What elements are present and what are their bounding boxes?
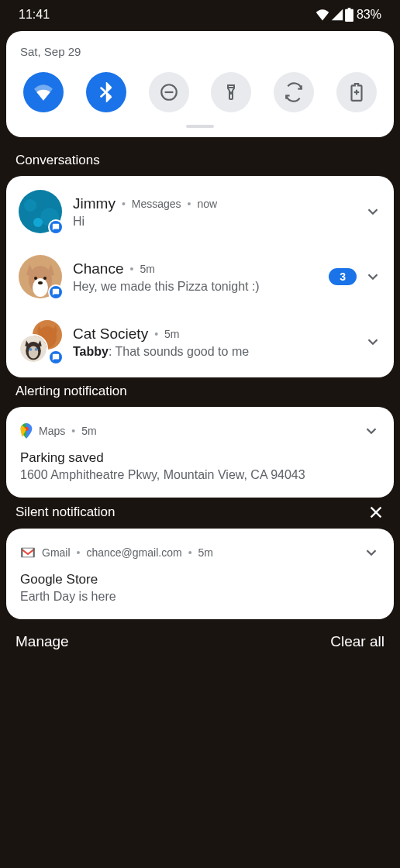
svg-point-17 — [38, 281, 43, 284]
notification-time: 5m — [81, 425, 96, 437]
battery-saver-toggle[interactable] — [336, 72, 377, 112]
conversation-time: now — [198, 198, 218, 210]
unread-count-badge: 3 — [329, 268, 357, 285]
flashlight-toggle[interactable] — [211, 72, 251, 112]
wifi-toggle[interactable] — [23, 72, 64, 112]
conversation-body: Hey, we made this Pizza tonight :) — [73, 280, 318, 294]
notification-body: 1600 Amphitheatre Pkwy, Mountain View, C… — [20, 468, 380, 482]
conversation-app: Messages — [132, 198, 181, 210]
signal-icon — [331, 9, 343, 21]
bluetooth-icon — [96, 82, 116, 102]
chevron-down-icon[interactable] — [363, 422, 380, 439]
conversation-item[interactable]: Cat Society • 5m Tabby: That sounds good… — [6, 309, 394, 374]
messages-badge-icon — [48, 350, 64, 365]
status-bar: 11:41 83% — [0, 0, 400, 28]
wifi-icon — [316, 9, 329, 21]
quick-settings-panel: Sat, Sep 29 — [6, 31, 394, 137]
conversation-content: Cat Society • 5m Tabby: That sounds good… — [73, 326, 353, 359]
gmail-notification: Gmail • chance@gmail.com • 5m Google Sto… — [6, 532, 394, 616]
conversation-content: Chance • 5m Hey, we made this Pizza toni… — [73, 260, 318, 294]
notification-title: Parking saved — [20, 450, 380, 466]
status-indicators: 83% — [316, 8, 381, 22]
close-icon[interactable] — [367, 504, 384, 521]
messages-badge-icon — [48, 219, 64, 235]
manage-button[interactable]: Manage — [16, 633, 69, 650]
qs-expand-handle[interactable] — [186, 125, 214, 128]
silent-header: Silent notification — [0, 498, 400, 529]
battery-percent: 83% — [357, 8, 381, 22]
alerting-card[interactable]: Maps • 5m Parking saved 1600 Amphitheatr… — [6, 407, 394, 498]
battery-icon — [345, 8, 353, 22]
conversation-time: 5m — [164, 328, 179, 340]
chevron-down-icon[interactable] — [364, 268, 381, 285]
flashlight-icon — [222, 82, 240, 102]
avatar — [19, 255, 62, 298]
clear-all-button[interactable]: Clear all — [330, 633, 384, 650]
conversation-item[interactable]: Chance • 5m Hey, we made this Pizza toni… — [6, 244, 394, 309]
conversations-header: Conversations — [0, 146, 400, 176]
svg-point-24 — [29, 346, 39, 358]
conversation-content: Jimmy • Messages • now Hi — [73, 195, 353, 229]
maps-icon — [20, 423, 33, 439]
svg-point-9 — [33, 218, 43, 227]
notification-title: Google Store — [20, 572, 380, 587]
notification-app: Gmail — [42, 546, 71, 559]
maps-notification: Maps • 5m Parking saved 1600 Amphitheatr… — [6, 410, 394, 494]
notification-app: Maps — [39, 425, 65, 437]
silent-card[interactable]: Gmail • chance@gmail.com • 5m Google Sto… — [6, 529, 394, 619]
dnd-toggle[interactable] — [149, 72, 189, 112]
conversation-title: Cat Society — [73, 326, 148, 343]
chevron-down-icon[interactable] — [364, 203, 381, 220]
bluetooth-toggle[interactable] — [86, 72, 126, 112]
conversation-body: Tabby: That sounds good to me — [73, 345, 353, 359]
autorotate-icon — [284, 82, 304, 102]
wifi-icon — [33, 84, 53, 101]
conversation-title: Chance — [73, 260, 124, 277]
chevron-down-icon[interactable] — [363, 544, 380, 561]
svg-point-28 — [35, 348, 38, 351]
avatar-group — [19, 320, 62, 363]
messages-badge-icon — [48, 284, 64, 300]
qs-date: Sat, Sep 29 — [20, 45, 380, 58]
conversation-time: 5m — [140, 263, 154, 275]
notification-account: chance@gmail.com — [86, 546, 181, 559]
dnd-icon — [159, 82, 179, 102]
conversation-body: Hi — [73, 215, 353, 229]
svg-point-12 — [33, 278, 48, 297]
status-time: 11:41 — [19, 8, 50, 22]
conversation-title: Jimmy — [73, 195, 116, 212]
notification-time: 5m — [198, 546, 213, 559]
chevron-down-icon[interactable] — [364, 333, 381, 350]
notification-body: Earth Day is here — [20, 590, 380, 604]
gmail-icon — [20, 546, 36, 559]
svg-point-7 — [24, 199, 36, 212]
battery-saver-icon — [348, 82, 365, 102]
bottom-bar: Manage Clear all — [0, 619, 400, 664]
svg-point-15 — [34, 277, 37, 280]
svg-point-27 — [29, 348, 33, 351]
conversation-item[interactable]: Jimmy • Messages • now Hi — [6, 179, 394, 244]
svg-point-3 — [230, 92, 232, 94]
alerting-header: Alerting notification — [0, 377, 400, 407]
svg-point-16 — [43, 277, 47, 280]
autorotate-toggle[interactable] — [274, 72, 314, 112]
conversations-card: Jimmy • Messages • now Hi Chance • 5m He… — [6, 176, 394, 377]
qs-toggles-row — [20, 72, 380, 112]
avatar — [19, 190, 62, 233]
